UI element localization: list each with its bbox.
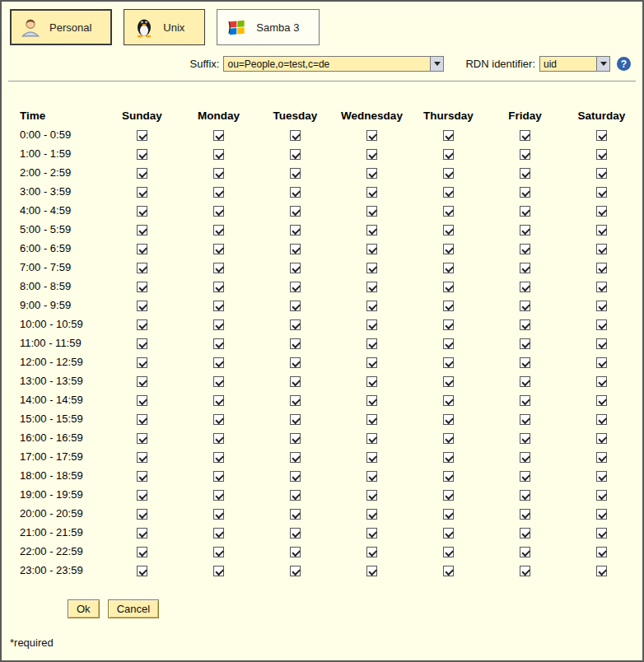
hour-checkbox[interactable]	[520, 471, 530, 482]
hour-checkbox[interactable]	[443, 149, 454, 160]
hour-checkbox[interactable]	[366, 376, 377, 387]
hour-checkbox[interactable]	[213, 187, 224, 198]
hour-checkbox[interactable]	[137, 509, 147, 520]
hour-checkbox[interactable]	[366, 206, 377, 217]
hour-checkbox[interactable]	[366, 547, 377, 557]
rdn-identifier-select[interactable]: uid	[539, 56, 610, 72]
hour-checkbox[interactable]	[137, 244, 147, 254]
hour-checkbox[interactable]	[213, 395, 224, 406]
hour-checkbox[interactable]	[290, 433, 301, 444]
hour-checkbox[interactable]	[596, 168, 607, 179]
hour-checkbox[interactable]	[290, 168, 301, 179]
hour-checkbox[interactable]	[443, 168, 454, 179]
hour-checkbox[interactable]	[443, 357, 454, 368]
hour-checkbox[interactable]	[213, 376, 224, 387]
hour-checkbox[interactable]	[596, 433, 607, 444]
hour-checkbox[interactable]	[290, 395, 301, 406]
hour-checkbox[interactable]	[520, 547, 530, 557]
hour-checkbox[interactable]	[137, 471, 147, 482]
hour-checkbox[interactable]	[520, 528, 530, 538]
hour-checkbox[interactable]	[290, 244, 301, 254]
hour-checkbox[interactable]	[520, 509, 530, 520]
hour-checkbox[interactable]	[137, 149, 147, 160]
hour-checkbox[interactable]	[443, 225, 454, 235]
hour-checkbox[interactable]	[213, 168, 224, 179]
ok-button[interactable]: Ok	[68, 599, 100, 618]
hour-checkbox[interactable]	[366, 471, 377, 482]
hour-checkbox[interactable]	[290, 338, 301, 349]
hour-checkbox[interactable]	[137, 225, 147, 235]
hour-checkbox[interactable]	[596, 244, 607, 254]
hour-checkbox[interactable]	[596, 225, 607, 235]
hour-checkbox[interactable]	[137, 263, 147, 273]
hour-checkbox[interactable]	[213, 452, 224, 463]
tab-unix[interactable]: Unix	[124, 9, 205, 45]
hour-checkbox[interactable]	[596, 263, 607, 273]
hour-checkbox[interactable]	[443, 490, 454, 501]
hour-checkbox[interactable]	[596, 471, 607, 482]
hour-checkbox[interactable]	[596, 206, 607, 217]
hour-checkbox[interactable]	[596, 187, 607, 198]
hour-checkbox[interactable]	[366, 168, 377, 179]
hour-checkbox[interactable]	[366, 338, 377, 349]
hour-checkbox[interactable]	[520, 206, 530, 217]
hour-checkbox[interactable]	[443, 509, 454, 520]
hour-checkbox[interactable]	[137, 338, 147, 349]
hour-checkbox[interactable]	[443, 566, 454, 576]
hour-checkbox[interactable]	[366, 452, 377, 463]
hour-checkbox[interactable]	[443, 130, 454, 141]
hour-checkbox[interactable]	[366, 301, 377, 311]
tab-personal[interactable]: Personal	[10, 9, 112, 45]
hour-checkbox[interactable]	[366, 282, 377, 292]
hour-checkbox[interactable]	[213, 490, 224, 501]
hour-checkbox[interactable]	[137, 528, 147, 538]
hour-checkbox[interactable]	[366, 490, 377, 501]
hour-checkbox[interactable]	[290, 376, 301, 387]
hour-checkbox[interactable]	[366, 319, 377, 330]
hour-checkbox[interactable]	[596, 528, 607, 538]
hour-checkbox[interactable]	[596, 509, 607, 520]
hour-checkbox[interactable]	[443, 263, 454, 273]
hour-checkbox[interactable]	[213, 528, 224, 538]
hour-checkbox[interactable]	[213, 433, 224, 444]
hour-checkbox[interactable]	[596, 301, 607, 311]
hour-checkbox[interactable]	[290, 566, 301, 576]
hour-checkbox[interactable]	[366, 263, 377, 273]
hour-checkbox[interactable]	[366, 149, 377, 160]
hour-checkbox[interactable]	[137, 357, 147, 368]
hour-checkbox[interactable]	[596, 395, 607, 406]
hour-checkbox[interactable]	[366, 395, 377, 406]
hour-checkbox[interactable]	[520, 376, 530, 387]
hour-checkbox[interactable]	[137, 187, 147, 198]
hour-checkbox[interactable]	[213, 130, 224, 141]
hour-checkbox[interactable]	[520, 149, 530, 160]
hour-checkbox[interactable]	[520, 187, 530, 198]
hour-checkbox[interactable]	[443, 414, 454, 425]
hour-checkbox[interactable]	[290, 357, 301, 368]
hour-checkbox[interactable]	[290, 187, 301, 198]
hour-checkbox[interactable]	[213, 319, 224, 330]
hour-checkbox[interactable]	[290, 528, 301, 538]
hour-checkbox[interactable]	[443, 433, 454, 444]
hour-checkbox[interactable]	[443, 471, 454, 482]
hour-checkbox[interactable]	[137, 490, 147, 501]
hour-checkbox[interactable]	[290, 547, 301, 557]
hour-checkbox[interactable]	[290, 263, 301, 273]
hour-checkbox[interactable]	[366, 187, 377, 198]
hour-checkbox[interactable]	[520, 225, 530, 235]
hour-checkbox[interactable]	[366, 509, 377, 520]
hour-checkbox[interactable]	[213, 471, 224, 482]
hour-checkbox[interactable]	[520, 395, 530, 406]
suffix-select[interactable]: ou=People,o=test,c=de	[223, 56, 444, 72]
hour-checkbox[interactable]	[137, 376, 147, 387]
hour-checkbox[interactable]	[443, 282, 454, 292]
hour-checkbox[interactable]	[213, 149, 224, 160]
hour-checkbox[interactable]	[137, 433, 147, 444]
hour-checkbox[interactable]	[520, 282, 530, 292]
hour-checkbox[interactable]	[213, 282, 224, 292]
chevron-down-icon[interactable]	[596, 57, 609, 71]
hour-checkbox[interactable]	[213, 301, 224, 311]
hour-checkbox[interactable]	[443, 244, 454, 254]
hour-checkbox[interactable]	[366, 414, 377, 425]
hour-checkbox[interactable]	[213, 338, 224, 349]
